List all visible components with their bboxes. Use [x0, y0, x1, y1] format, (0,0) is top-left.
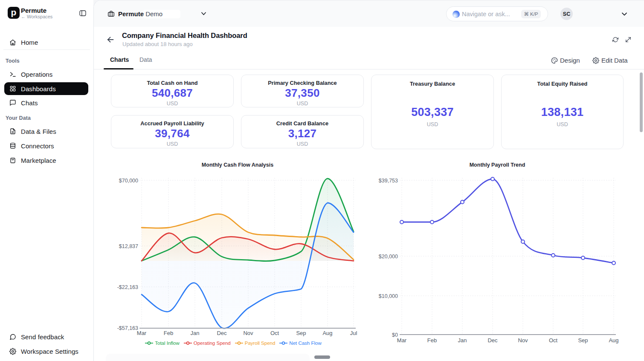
svg-text:-$57,163: -$57,163 [117, 325, 138, 331]
svg-text:Mar: Mar [137, 330, 147, 336]
svg-text:Oct: Oct [549, 337, 558, 344]
svg-text:Monthly Payroll Trend: Monthly Payroll Trend [470, 162, 525, 168]
svg-text:Sep: Sep [296, 330, 306, 336]
svg-text:Jul: Jul [350, 330, 357, 336]
svg-text:Aug: Aug [322, 330, 332, 336]
svg-text:Sep: Sep [578, 337, 588, 344]
svg-text:Dec: Dec [217, 330, 227, 336]
svg-text:Aug: Aug [609, 337, 618, 344]
svg-text:Nov: Nov [518, 337, 528, 344]
svg-text:Jan: Jan [458, 337, 467, 344]
svg-text:$12,837: $12,837 [119, 243, 138, 249]
svg-text:$10,000: $10,000 [379, 293, 398, 299]
svg-text:-$22,163: -$22,163 [117, 284, 138, 290]
svg-text:Nov: Nov [243, 330, 253, 336]
svg-text:Dec: Dec [487, 337, 498, 344]
svg-text:Jan: Jan [191, 330, 200, 336]
svg-text:Monthly Cash Flow Analysis: Monthly Cash Flow Analysis [202, 162, 273, 168]
svg-text:Mar: Mar [397, 337, 407, 344]
svg-text:$70,000: $70,000 [119, 178, 138, 184]
svg-text:Feb: Feb [427, 337, 437, 344]
svg-text:$20,000: $20,000 [379, 254, 398, 260]
svg-text:$39,753: $39,753 [379, 178, 398, 184]
svg-text:Oct: Oct [270, 330, 279, 336]
svg-text:Feb: Feb [164, 330, 173, 336]
